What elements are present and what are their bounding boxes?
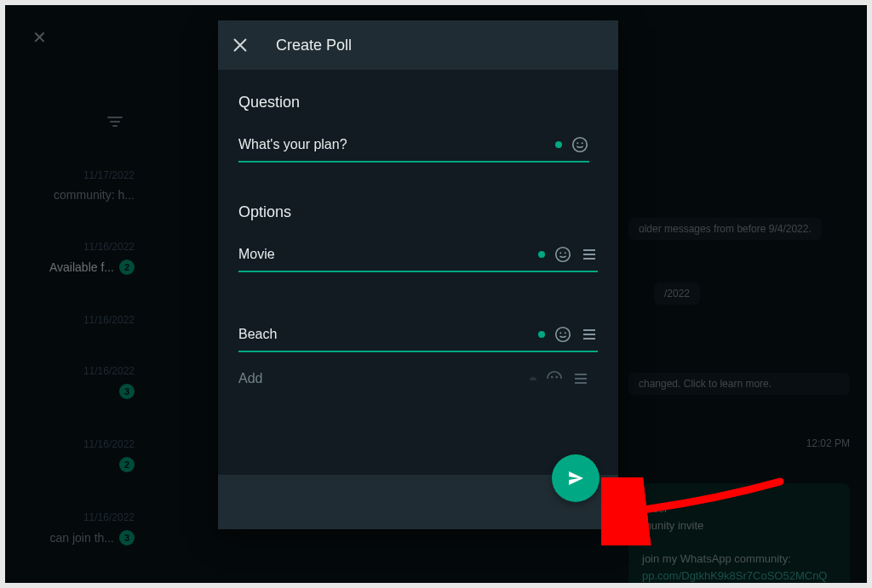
svg-point-16 — [556, 376, 558, 378]
close-icon[interactable] — [230, 35, 250, 55]
option-input[interactable] — [238, 323, 530, 345]
create-poll-modal: Create Poll Question Options — [218, 20, 618, 529]
svg-point-3 — [556, 248, 571, 262]
emoji-icon — [545, 369, 564, 388]
modal-footer — [218, 475, 618, 529]
input-indicator-dot — [530, 377, 536, 380]
svg-point-5 — [565, 252, 566, 254]
svg-point-1 — [577, 142, 578, 144]
poll-option-row — [238, 243, 611, 272]
modal-title: Create Poll — [276, 37, 352, 54]
svg-point-9 — [556, 328, 571, 342]
svg-point-15 — [551, 376, 553, 378]
options-section-label: Options — [238, 203, 611, 221]
svg-point-11 — [565, 332, 566, 334]
question-input[interactable] — [238, 134, 547, 156]
drag-handle-icon[interactable] — [581, 326, 598, 343]
add-option-row[interactable]: Add — [238, 369, 589, 388]
input-indicator-dot — [538, 331, 545, 338]
input-indicator-dot — [555, 141, 562, 148]
option-input[interactable] — [238, 243, 530, 265]
emoji-icon[interactable] — [554, 325, 572, 344]
drag-handle-icon[interactable] — [581, 246, 598, 263]
send-poll-button[interactable] — [552, 454, 600, 502]
svg-point-4 — [559, 252, 561, 254]
svg-point-2 — [582, 142, 583, 144]
add-option-label: Add — [238, 371, 521, 386]
options-section: Options — [238, 203, 611, 388]
emoji-icon[interactable] — [571, 135, 589, 154]
option-input-row — [238, 323, 598, 352]
svg-point-0 — [573, 138, 588, 152]
poll-option-row — [238, 323, 611, 352]
modal-header: Create Poll — [218, 20, 618, 70]
drag-handle-icon — [572, 370, 589, 387]
screenshot-frame: ✕ 11/17/2022 community: h... 11/16/2022 … — [0, 0, 872, 588]
input-indicator-dot — [538, 251, 545, 258]
app-window: ✕ 11/17/2022 community: h... 11/16/2022 … — [5, 5, 867, 583]
modal-body: Question Options — [218, 70, 618, 475]
question-input-row — [238, 134, 589, 163]
option-input-row — [238, 243, 598, 272]
svg-point-10 — [559, 332, 561, 334]
emoji-icon[interactable] — [554, 245, 572, 264]
options-scroll-area — [238, 243, 611, 352]
question-section-label: Question — [238, 94, 611, 111]
